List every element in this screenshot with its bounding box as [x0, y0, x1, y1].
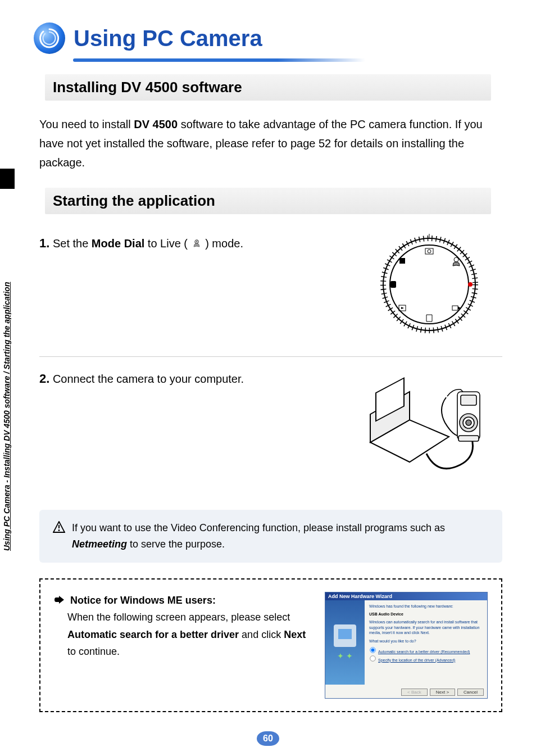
video-conf-notice: If you want to use the Video Conferencin… [39, 510, 502, 563]
wizard-desc: Windows can automatically search for and… [369, 619, 483, 635]
step1-prefix: Set the [49, 237, 92, 250]
page-title: Using PC Camera [74, 26, 262, 51]
page-number: 60 [257, 731, 279, 746]
wizard-opt1[interactable]: Automatic search for a better driver (Re… [369, 650, 470, 654]
chapter-header: Using PC Camera [34, 22, 502, 54]
me-line-e: to continue. [67, 646, 120, 657]
wizard-back-button: < Back [401, 689, 428, 696]
step1-bold: Mode Dial [92, 237, 144, 250]
mode-dial-illustration [356, 234, 502, 335]
pointer-icon [54, 593, 65, 603]
step1-mid: to Live ( [144, 237, 190, 250]
me-line-b: Automatic search for a better driver [67, 629, 239, 640]
wizard-prompt: What would you like to do? [369, 639, 483, 644]
wizard-found-text: Windows has found the following new hard… [369, 604, 483, 609]
notice-prefix: If you want to use the Video Conferencin… [72, 522, 445, 533]
intro-prefix: You need to install [39, 118, 134, 130]
notice-suffix: to serve the purpose. [127, 538, 225, 550]
step1-number: 1. [39, 236, 49, 250]
me-line-a: When the following screen appears, pleas… [67, 612, 290, 623]
intro-bold: DV 4500 [134, 118, 178, 130]
section-heading-install: Installing DV 4500 software [45, 74, 491, 101]
step-1: 1. Set the Mode Dial to Live ( ) mode. [39, 228, 502, 346]
svg-rect-11 [390, 281, 396, 288]
warning-icon [53, 521, 65, 533]
svg-point-1 [196, 241, 197, 242]
step1-suffix: ) mode. [202, 237, 243, 250]
svg-point-10 [468, 282, 473, 287]
svg-point-25 [58, 529, 60, 531]
svg-rect-21 [461, 395, 476, 405]
wizard-opt2[interactable]: Specify the location of the driver (Adva… [369, 658, 455, 662]
svg-point-20 [466, 420, 471, 425]
wizard-cancel-button[interactable]: Cancel [457, 689, 484, 696]
wizard-device: USB Audio Device [369, 612, 483, 617]
step-2: 2. Connect the camera to your computer. [39, 356, 502, 493]
wizard-title: Add New Hardware Wizard [325, 592, 487, 600]
page-number-wrap: 60 [0, 731, 536, 746]
camera-laptop-illustration [356, 369, 502, 482]
swirl-icon [34, 22, 65, 54]
step2-number: 2. [39, 372, 49, 386]
me-line-c: and click [239, 629, 284, 640]
step2-text: Connect the camera to your computer. [49, 373, 244, 385]
me-line-d: Next [284, 629, 306, 640]
wizard-next-button[interactable]: Next > [430, 689, 455, 696]
section-heading-start: Starting the application [45, 188, 491, 214]
wizard-sidebar-graphic: ✦ ✦ [325, 600, 365, 685]
windows-me-notice: Notice for Windows ME users: When the fo… [39, 578, 502, 712]
svg-rect-22 [458, 436, 479, 441]
me-notice-title: Notice for Windows ME users: [70, 595, 216, 606]
notice-bold: Netmeeting [72, 538, 127, 550]
live-mode-icon [191, 237, 202, 248]
wizard-screenshot: Add New Hardware Wizard ✦ ✦ Windows has … [325, 592, 488, 699]
intro-paragraph: You need to install DV 4500 software to … [34, 115, 502, 172]
svg-rect-8 [399, 258, 405, 264]
title-underline [73, 58, 365, 62]
